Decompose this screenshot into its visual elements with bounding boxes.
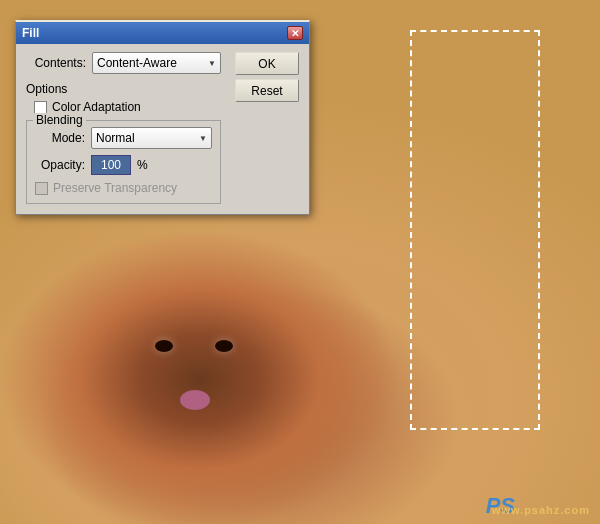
contents-arrow-icon: ▼: [208, 59, 216, 68]
content-wrapper: Contents: Content-Aware ▼ Options Color …: [26, 52, 299, 204]
color-adaptation-label: Color Adaptation: [52, 100, 141, 114]
preserve-transparency-checkbox: [35, 182, 48, 195]
contents-select[interactable]: Content-Aware ▼: [92, 52, 221, 74]
action-buttons: OK Reset: [235, 52, 299, 102]
contents-label: Contents:: [26, 56, 86, 70]
close-button[interactable]: ✕: [287, 26, 303, 40]
watermark-text: www.psahz.com: [492, 504, 590, 516]
dialog-body: Contents: Content-Aware ▼ Options Color …: [16, 44, 309, 214]
opacity-percent: %: [137, 158, 148, 172]
color-adaptation-row: Color Adaptation: [34, 100, 221, 114]
ok-button[interactable]: OK: [235, 52, 299, 75]
blending-group: Blending Mode: Normal ▼ Opacity:: [26, 120, 221, 204]
main-area: Contents: Content-Aware ▼ Options Color …: [26, 52, 299, 204]
mode-arrow-icon: ▼: [199, 134, 207, 143]
contents-value: Content-Aware: [97, 56, 177, 70]
mode-label: Mode:: [35, 131, 85, 145]
blending-legend: Blending: [33, 113, 86, 127]
opacity-label: Opacity:: [35, 158, 85, 172]
preserve-transparency-row: Preserve Transparency: [35, 181, 212, 195]
mode-row: Mode: Normal ▼: [35, 127, 212, 149]
mode-value: Normal: [96, 131, 135, 145]
options-section-label: Options: [26, 82, 221, 96]
contents-row: Contents: Content-Aware ▼: [26, 52, 221, 74]
dialog-title: Fill: [22, 26, 287, 40]
preserve-transparency-label: Preserve Transparency: [53, 181, 177, 195]
opacity-input[interactable]: 100: [91, 155, 131, 175]
color-adaptation-checkbox[interactable]: [34, 101, 47, 114]
opacity-row: Opacity: 100 %: [35, 155, 212, 175]
reset-button[interactable]: Reset: [235, 79, 299, 102]
mode-select[interactable]: Normal ▼: [91, 127, 212, 149]
opacity-value: 100: [101, 158, 121, 172]
dialog-titlebar: Fill ✕: [16, 22, 309, 44]
fill-dialog: Fill ✕ Contents: Content-Aware ▼ Opt: [15, 20, 310, 215]
